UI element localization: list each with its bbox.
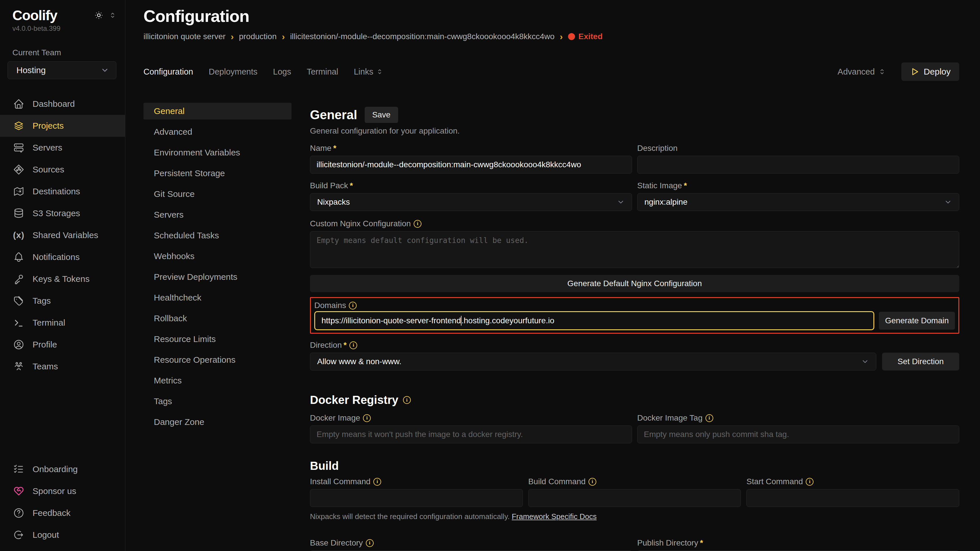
breadcrumb-project[interactable]: illicitonion quote server [143, 32, 226, 41]
sidebar-item-label: Keys & Tokens [33, 274, 89, 284]
theme-sun-icon[interactable] [94, 10, 104, 20]
advanced-label: Advanced [838, 67, 875, 76]
direction-label: Direction [310, 341, 347, 350]
sidebar-item-shared-variables[interactable]: Shared Variables [0, 224, 125, 246]
static-image-value: nginx:alpine [644, 197, 687, 207]
sidebar-item-logout[interactable]: Logout [0, 524, 125, 546]
sidebar-item-teams[interactable]: Teams [0, 356, 125, 377]
name-input[interactable] [310, 156, 632, 174]
subnav-item-tags[interactable]: Tags [143, 393, 291, 410]
docker-image-tag-input[interactable] [637, 426, 959, 443]
description-input[interactable] [637, 156, 959, 174]
start-command-input[interactable] [746, 489, 959, 507]
tabs-row: Configuration Deployments Logs Terminal … [143, 62, 959, 81]
play-icon [910, 67, 919, 76]
subnav-item-git-source[interactable]: Git Source [143, 186, 291, 202]
info-icon[interactable] [589, 478, 596, 486]
sidebar-item-keys-tokens[interactable]: Keys & Tokens [0, 268, 125, 290]
set-direction-button[interactable]: Set Direction [882, 353, 959, 370]
info-icon[interactable] [403, 396, 411, 404]
breadcrumb-environment[interactable]: production [239, 32, 277, 41]
subnav-item-webhooks[interactable]: Webhooks [143, 248, 291, 265]
database-icon [13, 208, 24, 219]
subnav-item-general[interactable]: General [143, 103, 291, 119]
info-icon[interactable] [414, 220, 422, 228]
direction-select[interactable]: Allow www & non-www. [310, 353, 876, 370]
chevron-down-icon [617, 198, 625, 206]
subnav-item-persistent-storage[interactable]: Persistent Storage [143, 165, 291, 182]
save-button[interactable]: Save [365, 107, 398, 123]
nixpacks-note-text: Nixpacks will detect the required config… [310, 512, 509, 521]
theme-selector-chevrons-icon[interactable] [109, 11, 116, 19]
breadcrumb-application[interactable]: illicitestonion/-module--decomposition:m… [290, 32, 555, 41]
info-icon[interactable] [349, 302, 356, 310]
description-label: Description [637, 144, 678, 153]
info-icon[interactable] [363, 414, 371, 422]
home-icon [13, 98, 24, 110]
info-icon[interactable] [806, 478, 813, 486]
sidebar-item-sources[interactable]: Sources [0, 159, 125, 181]
generate-nginx-button[interactable]: Generate Default Nginx Configuration [310, 275, 959, 292]
tab-configuration[interactable]: Configuration [143, 67, 193, 76]
subnav-item-advanced[interactable]: Advanced [143, 124, 291, 140]
sidebar-item-sponsor[interactable]: Sponsor us [0, 480, 125, 502]
subnav-item-preview-deployments[interactable]: Preview Deployments [143, 268, 291, 285]
sidebar-item-feedback[interactable]: Feedback [0, 502, 125, 524]
sidebar-item-onboarding[interactable]: Onboarding [0, 458, 125, 480]
static-image-select[interactable]: nginx:alpine [637, 193, 959, 211]
team-select[interactable]: Hosting [8, 61, 116, 79]
deploy-button[interactable]: Deploy [901, 62, 959, 81]
generate-domain-button[interactable]: Generate Domain [879, 312, 955, 330]
sidebar-item-label: Notifications [33, 252, 80, 262]
subnav-item-servers[interactable]: Servers [143, 206, 291, 223]
subnav-item-resource-limits[interactable]: Resource Limits [143, 331, 291, 348]
subnav-item-rollback[interactable]: Rollback [143, 310, 291, 327]
sidebar-item-label: Projects [33, 121, 64, 131]
subnav-item-healthcheck[interactable]: Healthcheck [143, 289, 291, 306]
sidebar-item-label: Destinations [33, 187, 80, 196]
info-icon[interactable] [349, 341, 357, 349]
sidebar-item-profile[interactable]: Profile [0, 333, 125, 356]
docker-image-input[interactable] [310, 426, 632, 443]
chevron-down-icon [861, 357, 869, 365]
sidebar-item-destinations[interactable]: Destinations [0, 181, 125, 202]
domains-highlight-box: Domains https://illicitonion-quote-serve… [310, 297, 959, 333]
build-command-input[interactable] [528, 489, 741, 507]
framework-docs-link[interactable]: Framework Specific Docs [512, 512, 597, 521]
tab-terminal[interactable]: Terminal [307, 67, 339, 76]
info-icon[interactable] [705, 414, 713, 422]
nixpacks-note: Nixpacks will detect the required config… [310, 512, 959, 521]
nginx-config-label: Custom Nginx Configuration [310, 219, 411, 228]
build-pack-select[interactable]: Nixpacks [310, 193, 632, 211]
domains-input[interactable]: https://illicitonion-quote-server-fronte… [314, 311, 874, 330]
sidebar-item-notifications[interactable]: Notifications [0, 246, 125, 268]
tag-icon [13, 295, 24, 306]
sidebar-item-label: Profile [33, 340, 57, 349]
info-icon[interactable] [373, 478, 381, 486]
install-command-input[interactable] [310, 489, 523, 507]
tab-logs[interactable]: Logs [273, 67, 291, 76]
subnav-item-environment-variables[interactable]: Environment Variables [143, 144, 291, 161]
deploy-label: Deploy [924, 67, 951, 76]
subnav-item-resource-operations[interactable]: Resource Operations [143, 351, 291, 368]
subnav-item-danger-zone[interactable]: Danger Zone [143, 414, 291, 430]
subnav-item-scheduled-tasks[interactable]: Scheduled Tasks [143, 227, 291, 244]
team-select-value: Hosting [16, 65, 46, 75]
docker-registry-heading: Docker Registry [310, 394, 398, 407]
subnav-item-metrics[interactable]: Metrics [143, 372, 291, 389]
sidebar-item-servers[interactable]: Servers [0, 137, 125, 159]
build-heading: Build [310, 459, 339, 472]
advanced-dropdown[interactable]: Advanced [838, 67, 886, 76]
sidebar-item-s3-storages[interactable]: S3 Storages [0, 202, 125, 224]
tab-deployments[interactable]: Deployments [209, 67, 258, 76]
sidebar-item-dashboard[interactable]: Dashboard [0, 93, 125, 115]
sidebar-item-tags[interactable]: Tags [0, 290, 125, 312]
info-icon[interactable] [366, 539, 374, 547]
sidebar-item-projects[interactable]: Projects [0, 115, 125, 137]
tab-links[interactable]: Links [354, 67, 383, 76]
sidebar-item-terminal[interactable]: Terminal [0, 312, 125, 333]
build-pack-value: Nixpacks [317, 197, 350, 207]
general-subtitle: General configuration for your applicati… [310, 126, 959, 136]
nginx-config-textarea[interactable] [310, 231, 959, 268]
main-content: Configuration illicitonion quote server … [126, 0, 980, 551]
